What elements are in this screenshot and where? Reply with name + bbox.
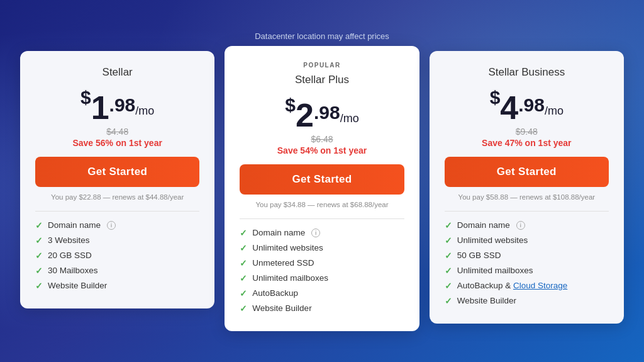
feature-item: ✓ AutoBackup & Cloud Storage <box>445 281 609 291</box>
renews-text: You pay $34.88 — renews at $68.88/year <box>240 201 404 208</box>
check-icon: ✓ <box>35 281 43 291</box>
feature-text: Unlimited mailboxes <box>252 273 328 283</box>
original-price: $4.48 <box>35 127 199 137</box>
feature-text: Website Builder <box>48 281 107 290</box>
original-price: $9.48 <box>445 127 609 137</box>
feature-item: ✓ 20 GB SSD <box>35 251 199 261</box>
plan-name: Stellar Plus <box>240 74 404 86</box>
feature-text: Domain name <box>48 220 101 230</box>
feature-item: ✓ AutoBackup <box>240 288 404 298</box>
feature-item: ✓ Unlimited websites <box>445 235 609 246</box>
check-icon: ✓ <box>445 266 452 276</box>
check-icon: ✓ <box>240 273 247 283</box>
original-price: $6.48 <box>240 134 404 144</box>
price-dollar: $ <box>490 87 501 108</box>
price-row: $1.98/mo <box>35 86 199 124</box>
feature-item: ✓ Website Builder <box>240 303 404 314</box>
feature-item: ✓ Domain namei <box>240 228 404 238</box>
price-row: $4.98/mo <box>445 86 609 124</box>
feature-text: Domain name <box>457 220 510 230</box>
feature-text: 20 GB SSD <box>48 251 92 260</box>
features-list: ✓ Domain namei ✓ Unlimited websites ✓ Un… <box>240 228 404 314</box>
price-amount: 1 <box>91 89 109 126</box>
feature-item: ✓ Unmetered SSD <box>240 258 404 268</box>
feature-text: Unlimited websites <box>457 235 528 245</box>
get-started-button[interactable]: Get Started <box>445 157 609 187</box>
feature-item: ✓ Unlimited websites <box>240 243 404 253</box>
feature-item: ✓ 30 Mailboxes <box>35 266 199 276</box>
get-started-button[interactable]: Get Started <box>240 164 404 195</box>
feature-text: 30 Mailboxes <box>48 266 98 275</box>
info-icon: i <box>311 229 320 237</box>
price-decimal: .98 <box>314 102 340 123</box>
feature-item: ✓ Domain namei <box>445 220 609 230</box>
renews-text: You pay $58.88 — renews at $108.88/year <box>445 193 609 201</box>
plan-name: Stellar Business <box>445 66 609 79</box>
features-list: ✓ Domain namei ✓ Unlimited websites ✓ 50… <box>445 220 609 306</box>
feature-text: 50 GB SSD <box>457 251 501 260</box>
feature-item: ✓ 3 Websites <box>35 235 199 246</box>
info-icon: i <box>516 221 525 230</box>
check-icon: ✓ <box>35 266 43 276</box>
price-period: /mo <box>545 105 564 117</box>
price-period: /mo <box>135 105 154 117</box>
feature-text: Unlimited mailboxes <box>457 266 533 275</box>
check-icon: ✓ <box>240 243 247 253</box>
divider <box>445 211 609 212</box>
check-icon: ✓ <box>445 220 452 230</box>
feature-item: ✓ Website Builder <box>445 296 609 306</box>
price-period: /mo <box>340 112 359 125</box>
cloud-storage-link[interactable]: Cloud Storage <box>513 281 567 290</box>
feature-text: Website Builder <box>252 303 311 313</box>
save-text: Save 56% on 1st year <box>35 138 199 148</box>
check-icon: ✓ <box>445 251 452 261</box>
price-row: $2.98/mo <box>240 94 404 132</box>
feature-item: ✓ Website Builder <box>35 281 199 291</box>
datacenter-notice: Datacenter location may affect prices <box>255 31 389 41</box>
check-icon: ✓ <box>445 281 452 291</box>
info-icon: i <box>107 221 116 230</box>
price-decimal: .98 <box>109 94 136 115</box>
feature-text: 3 Websites <box>48 235 90 245</box>
feature-text: AutoBackup <box>252 288 298 298</box>
pricing-card-stellar-plus: POPULAR Stellar Plus $2.98/mo $6.48 Save… <box>225 46 419 331</box>
divider <box>240 218 404 219</box>
feature-item: ✓ 50 GB SSD <box>445 251 609 261</box>
get-started-button[interactable]: Get Started <box>35 157 199 187</box>
check-icon: ✓ <box>35 251 43 261</box>
popular-badge: POPULAR <box>303 62 340 69</box>
save-text: Save 54% on 1st year <box>240 145 404 156</box>
check-icon: ✓ <box>35 220 43 230</box>
price-decimal: .98 <box>518 94 545 115</box>
save-text: Save 47% on 1st year <box>445 138 609 148</box>
feature-text: AutoBackup & Cloud Storage <box>457 281 568 290</box>
check-icon: ✓ <box>445 296 452 306</box>
features-list: ✓ Domain namei ✓ 3 Websites ✓ 20 GB SSD … <box>35 220 199 291</box>
feature-text: Domain name <box>252 228 305 237</box>
check-icon: ✓ <box>240 258 247 268</box>
pricing-card-stellar-business: Stellar Business $4.98/mo $9.48 Save 47%… <box>430 51 624 324</box>
price-amount: 4 <box>500 89 518 126</box>
pricing-card-stellar: Stellar $1.98/mo $4.48 Save 56% on 1st y… <box>20 51 214 308</box>
feature-item: ✓ Domain namei <box>35 220 199 230</box>
check-icon: ✓ <box>240 303 247 314</box>
price-dollar: $ <box>285 94 296 115</box>
check-icon: ✓ <box>240 288 247 298</box>
popular-badge-wrapper: POPULAR <box>240 59 404 70</box>
price-dollar: $ <box>80 87 91 108</box>
divider <box>35 211 199 212</box>
feature-item: ✓ Unlimited mailboxes <box>240 273 404 283</box>
plan-name: Stellar <box>35 66 199 79</box>
feature-text: Unmetered SSD <box>252 258 314 268</box>
feature-item: ✓ Unlimited mailboxes <box>445 266 609 276</box>
check-icon: ✓ <box>445 235 452 246</box>
price-amount: 2 <box>296 97 314 133</box>
renews-text: You pay $22.88 — renews at $44.88/year <box>35 193 199 201</box>
feature-text: Unlimited websites <box>252 243 323 252</box>
check-icon: ✓ <box>240 228 247 238</box>
pricing-grid: Stellar $1.98/mo $4.48 Save 56% on 1st y… <box>20 51 624 331</box>
check-icon: ✓ <box>35 235 43 246</box>
feature-text: Website Builder <box>457 296 516 305</box>
